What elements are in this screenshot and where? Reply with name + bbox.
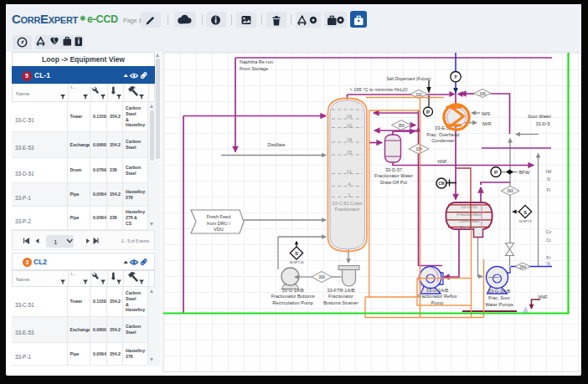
svg-text:18: 18 <box>347 137 352 142</box>
svg-text:33-D-51: 33-D-51 <box>461 204 477 209</box>
svg-text:IW: IW <box>546 169 553 174</box>
svg-text:336: 336 <box>479 92 486 96</box>
svg-text:Fi: Fi <box>547 187 551 192</box>
svg-text:N: N <box>547 261 550 266</box>
svg-text:308: 308 <box>318 275 325 279</box>
svg-text:From Storage: From Storage <box>240 66 268 71</box>
svg-text:S: S <box>524 210 527 215</box>
svg-text:IWR: IWR <box>482 121 492 126</box>
svg-text:33-FTR-1A/B: 33-FTR-1A/B <box>328 288 355 293</box>
svg-text:Fractionator Water: Fractionator Water <box>374 173 413 178</box>
svg-text:> 165 °C to minimize NH₄Cl: > 165 °C to minimize NH₄Cl <box>349 87 407 92</box>
svg-text:1: 1 <box>348 192 350 197</box>
svg-text:33-D-57: 33-D-57 <box>385 167 402 172</box>
svg-text:IWS: IWS <box>482 111 491 116</box>
svg-text:359: 359 <box>398 124 405 128</box>
svg-text:Fractionator: Fractionator <box>335 207 360 212</box>
svg-text:33-G-3A/B: 33-G-3A/B <box>488 289 511 294</box>
svg-text:Fractionator Bottoms: Fractionator Bottoms <box>271 294 315 299</box>
svg-text:NNF: NNF <box>538 294 548 300</box>
svg-text:Pump: Pump <box>431 300 444 305</box>
svg-text:1: 1 <box>54 238 58 246</box>
svg-text:NNF: NNF <box>437 159 447 164</box>
svg-text:Condenser: Condenser <box>431 138 455 143</box>
svg-text:33-G-1A/B: 33-G-1A/B <box>281 288 304 293</box>
svg-text:Frac. Overhead: Frac. Overhead <box>427 132 460 137</box>
svg-text:Naphtha Re-run: Naphtha Re-run <box>240 59 273 64</box>
svg-text:Recirculation Pump: Recirculation Pump <box>272 300 313 305</box>
svg-text:33-SPT-9: 33-SPT-9 <box>518 220 531 223</box>
svg-text:Cv: Cv <box>546 229 552 234</box>
svg-text:Fr: Fr <box>546 255 550 260</box>
svg-text:24: 24 <box>347 114 352 119</box>
svg-text:IP: IP <box>494 171 498 175</box>
svg-text:33-SPT-16: 33-SPT-16 <box>289 261 303 264</box>
svg-text:Distillate: Distillate <box>267 142 285 147</box>
svg-text:S: S <box>295 251 298 256</box>
svg-text:4: 4 <box>348 182 350 187</box>
svg-text:BFW: BFW <box>519 170 530 175</box>
svg-text:332: 332 <box>415 93 422 97</box>
svg-text:393: 393 <box>507 189 513 193</box>
svg-text:Fractionator: Fractionator <box>456 212 482 217</box>
svg-text:Fractionator Reflux: Fractionator Reflux <box>417 294 456 299</box>
svg-text:Draw-Off Pot: Draw-Off Pot <box>380 180 408 185</box>
svg-text:CM: CM <box>438 182 444 186</box>
svg-text:Fractionator: Fractionator <box>328 294 353 299</box>
svg-text:33-C-51 Coker: 33-C-51 Coker <box>332 201 363 206</box>
svg-text:334: 334 <box>415 147 422 151</box>
svg-text:Overhead: Overhead <box>459 218 480 223</box>
svg-text:15: 15 <box>347 150 352 155</box>
svg-text:Sour Water: Sour Water <box>528 114 551 119</box>
svg-text:VDU: VDU <box>214 227 224 232</box>
svg-text:from DRU /: from DRU / <box>207 221 230 226</box>
svg-text:Frac. Sour: Frac. Sour <box>488 295 510 300</box>
svg-text:394: 394 <box>519 265 526 269</box>
svg-text:1 - 5 of 5 items: 1 - 5 of 5 items <box>121 238 150 243</box>
svg-text:Salt Dispersant (Future): Salt Dispersant (Future) <box>386 76 431 81</box>
svg-text:P: P <box>454 75 456 79</box>
svg-text:Bottoms Strainer: Bottoms Strainer <box>323 300 358 305</box>
svg-text:Ct: Ct <box>546 238 551 243</box>
svg-text:Fresh Feed: Fresh Feed <box>207 214 231 219</box>
svg-text:IP: IP <box>426 110 430 115</box>
svg-text:33-G-2A/B: 33-G-2A/B <box>426 288 449 293</box>
svg-text:11: 11 <box>347 169 352 174</box>
svg-text:Water Pumps: Water Pumps <box>485 302 513 307</box>
svg-text:33-D-5: 33-D-5 <box>535 121 549 126</box>
svg-text:22: 22 <box>347 123 352 128</box>
svg-text:N: N <box>547 177 550 182</box>
